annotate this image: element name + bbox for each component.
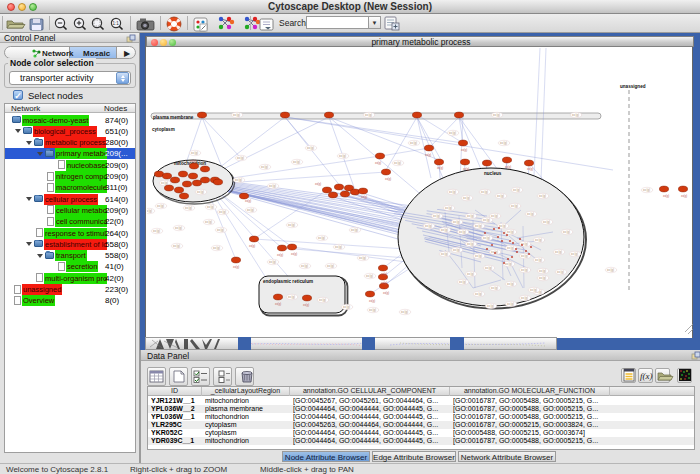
svg-text:xx(g): xx(g): [291, 252, 297, 256]
svg-text:xx (g): xx (g): [175, 226, 182, 230]
svg-text:xx(g): xx(g): [663, 194, 669, 198]
svg-text:xx (g): xx (g): [539, 276, 546, 280]
svg-text:xx (g): xx (g): [161, 181, 168, 185]
svg-text:xx(g): xx(g): [381, 272, 387, 276]
svg-text:xx(g): xx(g): [315, 182, 321, 186]
svg-text:cytoplasm: cytoplasm: [152, 127, 175, 132]
svg-text:xx (g): xx (g): [445, 206, 452, 210]
svg-text:xx (g): xx (g): [233, 113, 240, 117]
svg-text:xx (g): xx (g): [475, 224, 482, 228]
svg-text:xx (g): xx (g): [507, 230, 514, 234]
svg-text:xx (g): xx (g): [475, 254, 482, 258]
svg-text:xx (g): xx (g): [535, 238, 542, 242]
svg-text:xx (g): xx (g): [463, 196, 470, 200]
svg-text:xx (g): xx (g): [319, 298, 326, 302]
svg-text:xx (g): xx (g): [467, 242, 474, 246]
svg-text:xx (g): xx (g): [521, 254, 528, 258]
svg-text:xx (g): xx (g): [307, 146, 314, 150]
svg-text:xx (g): xx (g): [500, 141, 507, 145]
svg-text:xx (g): xx (g): [459, 230, 466, 234]
svg-text:xx (g): xx (g): [394, 161, 401, 165]
svg-text:xx (g): xx (g): [433, 214, 440, 218]
svg-text:xx (g): xx (g): [643, 188, 650, 192]
svg-text:xx (g): xx (g): [449, 131, 456, 135]
svg-text:xx (g): xx (g): [366, 274, 373, 278]
svg-text:xx(g): xx(g): [425, 153, 431, 157]
svg-text:xx (g): xx (g): [491, 286, 498, 290]
svg-text:xx (g): xx (g): [237, 156, 244, 160]
svg-text:xx (g): xx (g): [401, 310, 408, 314]
svg-text:xx(g): xx(g): [381, 281, 387, 285]
svg-text:xx (g): xx (g): [505, 262, 512, 266]
svg-text:xx (g): xx (g): [185, 206, 192, 210]
svg-text:xx (g): xx (g): [247, 208, 254, 212]
svg-text:xx (g): xx (g): [269, 184, 276, 188]
svg-text:xx(g): xx(g): [303, 303, 309, 307]
svg-text:xx (g): xx (g): [535, 258, 542, 262]
svg-text:xx (g): xx (g): [441, 228, 448, 232]
svg-text:xx (g): xx (g): [207, 205, 214, 209]
svg-text:xx(g): xx(g): [383, 291, 389, 295]
svg-text:xx (g): xx (g): [453, 248, 460, 252]
svg-text:xx (g): xx (g): [269, 260, 276, 264]
svg-text:xx (g): xx (g): [369, 308, 376, 312]
svg-text:xx (g): xx (g): [351, 228, 358, 232]
svg-text:xx (g): xx (g): [359, 256, 366, 260]
svg-text:xx(g): xx(g): [527, 167, 533, 171]
svg-text:xx (g): xx (g): [539, 194, 546, 198]
svg-text:xx (g): xx (g): [327, 264, 334, 268]
svg-text:xx (g): xx (g): [499, 224, 506, 228]
svg-text:xx(g): xx(g): [437, 166, 443, 170]
svg-text:xx (g): xx (g): [449, 190, 456, 194]
svg-text:xx(g): xx(g): [245, 199, 251, 203]
svg-text:xx(g): xx(g): [461, 148, 467, 152]
svg-text:xx (g): xx (g): [205, 220, 212, 224]
svg-text:nucleus: nucleus: [484, 171, 502, 176]
svg-text:xx (g): xx (g): [543, 220, 550, 224]
svg-text:xx (g): xx (g): [197, 190, 204, 194]
svg-text:xx (g): xx (g): [467, 272, 474, 276]
svg-text:xx (g): xx (g): [365, 113, 372, 117]
svg-text:xx (g): xx (g): [491, 214, 498, 218]
svg-text:xx(g): xx(g): [249, 244, 255, 248]
svg-text:xx (g): xx (g): [475, 292, 482, 296]
svg-text:xx (g): xx (g): [153, 229, 160, 233]
svg-text:xx (g): xx (g): [521, 268, 528, 272]
svg-text:xx (g): xx (g): [441, 252, 448, 256]
svg-text:xx (g): xx (g): [467, 214, 474, 218]
svg-text:xx(g): xx(g): [275, 302, 281, 306]
svg-text:xx(g): xx(g): [463, 167, 469, 171]
svg-text:xx (g): xx (g): [217, 228, 224, 232]
svg-text:xx (g): xx (g): [530, 288, 537, 292]
svg-text:xx (g): xx (g): [557, 270, 564, 274]
svg-text:xx(g): xx(g): [277, 253, 283, 257]
svg-text:xx (g): xx (g): [483, 236, 490, 240]
svg-text:xx(g): xx(g): [681, 194, 687, 198]
svg-text:xx (g): xx (g): [497, 194, 504, 198]
svg-text:xx (g): xx (g): [485, 266, 492, 270]
svg-text:xx (g): xx (g): [563, 230, 570, 234]
svg-text:xx(g): xx(g): [375, 161, 381, 165]
svg-text:xx (g): xx (g): [335, 245, 342, 249]
svg-text:xx (g): xx (g): [572, 113, 579, 117]
svg-text:xx (g): xx (g): [521, 296, 528, 300]
svg-text:xx (g): xx (g): [191, 151, 198, 155]
svg-text:xx(g): xx(g): [190, 159, 196, 163]
svg-text:xx (g): xx (g): [507, 246, 514, 250]
svg-text:xx (g): xx (g): [507, 302, 514, 306]
svg-text:xx (g): xx (g): [288, 223, 295, 227]
svg-text:1:1: 1:1: [113, 21, 120, 26]
svg-text:xx (g): xx (g): [293, 160, 300, 164]
svg-text:xx (g): xx (g): [453, 220, 460, 224]
svg-text:xx (g): xx (g): [339, 154, 346, 158]
svg-text:xx (g): xx (g): [425, 224, 432, 228]
svg-text:xx (g): xx (g): [173, 244, 180, 248]
svg-text:xx(g): xx(g): [505, 165, 511, 169]
svg-text:plasma membrane: plasma membrane: [153, 115, 194, 120]
svg-text:xx (g): xx (g): [555, 250, 562, 254]
svg-text:xx (g): xx (g): [487, 304, 494, 308]
svg-text:xx (g): xx (g): [288, 295, 295, 299]
svg-text:xx (g): xx (g): [483, 218, 490, 222]
svg-text:xx (g): xx (g): [607, 268, 614, 272]
svg-text:f(x): f(x): [640, 371, 653, 381]
